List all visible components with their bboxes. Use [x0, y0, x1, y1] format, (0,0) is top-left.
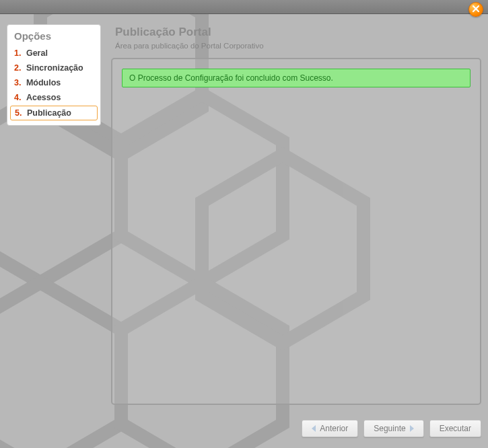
sidebar-item-number: 1. [14, 48, 21, 58]
sidebar-item-geral[interactable]: 1. Geral [7, 46, 100, 61]
page-title: Publicação Portal [115, 26, 481, 39]
chevron-left-icon [312, 425, 316, 432]
success-message: O Processo de Configuração foi concluido… [122, 69, 470, 87]
options-sidebar: Opções 1. Geral 2. Sincronização 3. Módu… [7, 24, 101, 126]
sidebar-item-sincronizacao[interactable]: 2. Sincronização [7, 61, 100, 75]
page-subtitle: Área para publicação do Portal Corporati… [115, 42, 481, 50]
sidebar-title: Opções [7, 28, 100, 46]
sidebar-item-number: 2. [14, 63, 21, 73]
close-button[interactable] [468, 2, 483, 17]
execute-button[interactable]: Executar [429, 420, 481, 437]
execute-button-label: Executar [440, 424, 471, 433]
prev-button-label: Anterior [320, 424, 348, 433]
next-button[interactable]: Seguinte [363, 420, 423, 437]
sidebar-item-number: 5. [15, 108, 22, 118]
title-bar [0, 0, 488, 14]
sidebar-item-modulos[interactable]: 3. Módulos [7, 75, 100, 90]
sidebar-item-acessos[interactable]: 4. Acessos [7, 90, 100, 105]
sidebar-item-label: Módulos [26, 78, 61, 87]
sidebar-item-label: Geral [26, 48, 48, 58]
footer-buttons: Anterior Seguinte Executar [302, 420, 481, 437]
close-icon [472, 3, 480, 15]
sidebar-item-number: 4. [14, 93, 21, 102]
sidebar-item-publicacao[interactable]: 5. Publicação [10, 106, 98, 120]
sidebar-item-number: 3. [14, 78, 21, 87]
content-panel: O Processo de Configuração foi concluido… [111, 58, 481, 405]
main-area: Publicação Portal Área para publicação d… [111, 24, 481, 409]
sidebar-item-label: Publicação [27, 108, 71, 118]
chevron-right-icon [410, 425, 414, 432]
sidebar-item-label: Acessos [26, 93, 61, 102]
next-button-label: Seguinte [374, 424, 405, 433]
prev-button[interactable]: Anterior [302, 420, 358, 437]
sidebar-item-label: Sincronização [26, 63, 83, 73]
